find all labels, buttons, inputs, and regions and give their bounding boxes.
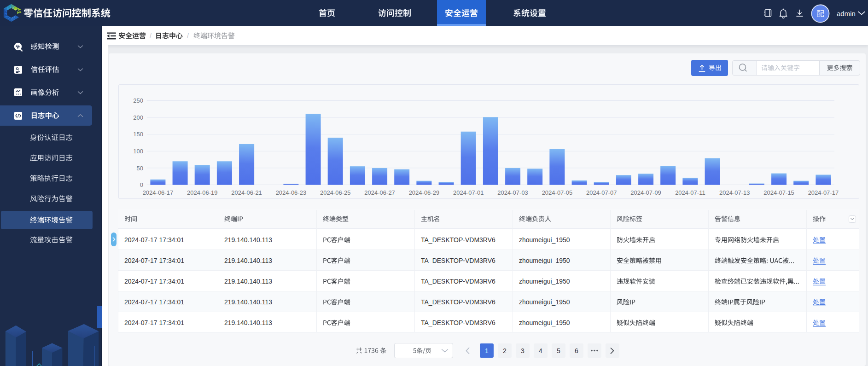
svg-text:TA_DESKTOP-VDM3RV6: TA_DESKTOP-VDM3RV6 — [421, 257, 495, 264]
svg-text:2024-06-23: 2024-06-23 — [276, 189, 307, 196]
svg-text:2024-07-17 17:34:01: 2024-07-17 17:34:01 — [124, 319, 184, 326]
svg-text:TA_DESKTOP-VDM3RV6: TA_DESKTOP-VDM3RV6 — [421, 236, 495, 244]
svg-text:2024-07-17 17:34:01: 2024-07-17 17:34:01 — [124, 278, 184, 285]
svg-text:zhoumeigui_1950: zhoumeigui_1950 — [519, 319, 570, 326]
svg-text:/: / — [187, 32, 189, 40]
svg-text:1: 1 — [485, 347, 489, 354]
svg-text:219.140.140.113: 219.140.140.113 — [224, 319, 272, 326]
svg-text:2024-07-05: 2024-07-05 — [542, 189, 573, 196]
svg-text:2024-07-17: 2024-07-17 — [808, 189, 839, 196]
svg-text:2024-07-17 17:34:01: 2024-07-17 17:34:01 — [124, 236, 184, 244]
svg-text:219.140.140.113: 219.140.140.113 — [224, 257, 272, 264]
svg-text:219.140.140.113: 219.140.140.113 — [224, 278, 272, 285]
svg-text:2024-07-07: 2024-07-07 — [586, 189, 617, 196]
svg-text:2024-07-13: 2024-07-13 — [719, 189, 750, 196]
svg-text:2024-06-21: 2024-06-21 — [231, 189, 262, 196]
svg-text:6: 6 — [575, 347, 578, 354]
svg-text:TA_DESKTOP-VDM3RV6: TA_DESKTOP-VDM3RV6 — [421, 298, 495, 306]
svg-text:100: 100 — [133, 148, 143, 155]
svg-text:219.140.140.113: 219.140.140.113 — [224, 236, 272, 244]
svg-text:50: 50 — [137, 165, 143, 172]
svg-text:2024-07-15: 2024-07-15 — [763, 189, 794, 196]
svg-text:2024-07-01: 2024-07-01 — [453, 189, 484, 196]
svg-text:2024-07-09: 2024-07-09 — [630, 189, 661, 196]
svg-text:150: 150 — [133, 131, 143, 138]
svg-text:2024-07-17 17:34:01: 2024-07-17 17:34:01 — [124, 298, 184, 306]
svg-text:2024-06-17: 2024-06-17 — [143, 189, 174, 196]
svg-text:2024-06-29: 2024-06-29 — [409, 189, 440, 196]
svg-text:zhoumeigui_1950: zhoumeigui_1950 — [519, 236, 570, 244]
svg-text:2024-06-25: 2024-06-25 — [320, 189, 351, 196]
svg-text:2024-07-03: 2024-07-03 — [497, 189, 528, 196]
svg-text:2: 2 — [503, 347, 507, 354]
svg-text:5: 5 — [557, 347, 560, 354]
svg-text:zhoumeigui_1950: zhoumeigui_1950 — [519, 278, 570, 285]
svg-text:zhoumeigui_1950: zhoumeigui_1950 — [519, 298, 570, 306]
svg-text:250: 250 — [133, 97, 143, 104]
svg-text:/: / — [150, 32, 151, 40]
svg-text:219.140.140.113: 219.140.140.113 — [224, 298, 272, 306]
svg-text:TA_DESKTOP-VDM3RV6: TA_DESKTOP-VDM3RV6 — [421, 278, 495, 285]
svg-text:2024-07-11: 2024-07-11 — [675, 189, 705, 196]
svg-text:TA_DESKTOP-VDM3RV6: TA_DESKTOP-VDM3RV6 — [421, 319, 495, 326]
svg-text:2024-06-27: 2024-06-27 — [364, 189, 395, 196]
svg-text:zhoumeigui_1950: zhoumeigui_1950 — [519, 257, 570, 264]
svg-text:2024-07-17 17:34:01: 2024-07-17 17:34:01 — [124, 257, 184, 264]
svg-text:admin: admin — [837, 10, 856, 17]
svg-text:0: 0 — [140, 181, 143, 188]
svg-text:2024-06-19: 2024-06-19 — [187, 189, 218, 196]
svg-text:4: 4 — [539, 347, 542, 354]
svg-text:200: 200 — [133, 114, 143, 121]
svg-text:3: 3 — [521, 347, 524, 354]
